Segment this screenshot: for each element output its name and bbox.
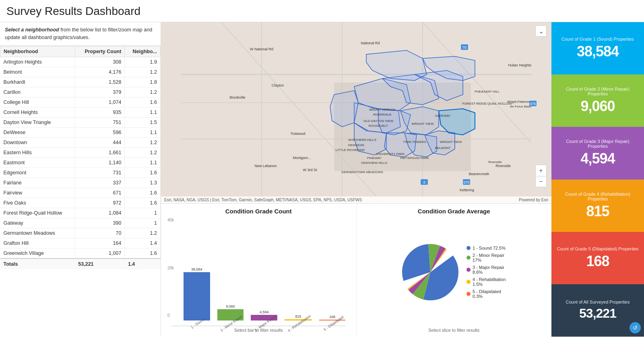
row-neighborhood-name: Carillon [0,87,75,97]
svg-text:Clayton: Clayton [272,83,284,87]
map-collapse-button[interactable]: ⌄ [535,25,547,37]
stat-card-3[interactable]: Count of Grade 4 (Rehabilitation) Proper… [551,180,644,232]
col-header-avg: Neighbo... [125,46,161,57]
stat-label-1: Count of Grade 2 (Minor Repair) Properti… [555,87,640,96]
row-avg: 1.6 [125,188,161,198]
zoom-in-button[interactable]: + [535,165,547,176]
table-row[interactable]: Greenwich Village 1,007 1.6 [0,248,161,258]
left-panel: Select a neighborhood from the below lis… [0,22,161,337]
table-row[interactable]: Eastern Hills 1,661 1.2 [0,147,161,157]
svg-text:National Rd: National Rd [361,41,380,45]
row-property-count: 337 [75,178,125,188]
svg-text:MOUNT VERNON: MOUNT VERNON [369,108,396,112]
row-avg: 1.6 [125,97,161,107]
svg-text:70: 70 [462,45,466,50]
bar-group[interactable]: 38,584 1 - Sound [184,267,210,326]
map-zoom-controls[interactable]: + − [535,165,547,187]
row-neighborhood-name: Belmont [0,67,75,77]
map-svg: W National Rd National Rd Brookville Cla… [161,22,551,203]
bar-chart-inner[interactable]: 40k 20k 0 38,584 1 - Sound 9,060 2 - Min… [167,218,350,326]
stat-value-2: 4,594 [580,150,615,167]
row-avg: 1.1 [125,107,161,117]
table-row[interactable]: Forest Ridge-Quail Hollow 1,084 1 [0,208,161,218]
row-property-count: 731 [75,167,125,178]
svg-text:WRIGHT VIEW: WRIGHT VIEW [412,122,434,126]
svg-text:FOREST RIDGE-QUAIL HOLLOW: FOREST RIDGE-QUAIL HOLLOW [462,102,512,105]
table-row[interactable]: Dayton View Triangle 751 1.5 [0,117,161,127]
stat-value-5: 53,221 [579,306,616,321]
pie-chart-container: Condition Grade Average [357,204,552,337]
svg-text:4: 4 [423,180,425,184]
svg-text:RIVERDALE: RIVERDALE [373,113,391,116]
svg-text:PATTERSON PARK: PATTERSON PARK [400,156,429,160]
bar-value-label: 4,594 [260,310,269,314]
bar-value-label: 815 [295,314,301,318]
map-area[interactable]: W National Rd National Rd Brookville Cla… [161,22,551,203]
svg-text:TWIN TOWERS: TWIN TOWERS [403,140,426,144]
table-row[interactable]: Arlington Heights 308 1.9 [0,57,161,67]
row-property-count: 1,007 [75,248,125,258]
table-row[interactable]: Fairview 671 1.6 [0,188,161,198]
svg-text:675: 675 [463,180,469,184]
row-property-count: 671 [75,188,125,198]
bar-rect[interactable] [184,272,210,320]
table-row[interactable]: Gateway 390 1 [0,218,161,228]
row-neighborhood-name: Five Oaks [0,198,75,208]
legend-label-rehab: 4 - Rehabilitation1.5% [473,277,506,287]
legend-dot-dilapidated [466,292,471,296]
table-row[interactable]: Belmont 4,176 1.2 [0,67,161,77]
stat-card-4[interactable]: Count of Grade 5 (Dilapidated) Propertie… [551,232,644,284]
row-avg: 1 [125,208,161,218]
table-row[interactable]: Germantown Meadows 70 1.2 [0,228,161,238]
attribution-text: Esri, NASA, NGA, USGS | Esri, TomTom, Ga… [164,198,362,202]
pie-chart-note: Select slice to filter results [363,328,545,333]
stat-card-1[interactable]: Count of Grade 2 (Minor Repair) Properti… [551,74,644,127]
bar-value-label: 38,584 [191,267,202,271]
table-row[interactable]: College Hill 1,074 1.6 [0,97,161,107]
stat-card-2[interactable]: Count of Grade 3 (Major Repair) Properti… [551,127,644,179]
row-property-count: 1,661 [75,147,125,157]
svg-text:W National Rd: W National Rd [250,47,273,51]
svg-text:WRIGHT VIEW: WRIGHT VIEW [440,140,462,144]
row-property-count: 379 [75,87,125,97]
col-header-neighborhood: Neighborhood [0,46,75,57]
stat-card-0[interactable]: Count of Grade 1 (Sound) Properties 38,5… [551,22,644,74]
stat-card-5[interactable]: Count of All Surveyed Properties 53,221 … [551,284,644,337]
y-label-40k: 40k [167,218,180,222]
table-row[interactable]: DeWeese 596 1.1 [0,127,161,137]
table-row[interactable]: Carillon 379 1.2 [0,87,161,97]
table-row[interactable]: Eastmont 1,140 1.1 [0,157,161,167]
neighborhood-table-wrapper[interactable]: Neighborhood Property Count Neighbo... A… [0,46,161,337]
bar-chart[interactable]: 40k 20k 0 38,584 1 - Sound 9,060 2 - Min… [167,218,350,326]
legend-item-minor: 2 - Minor Repair17% [466,253,506,263]
svg-text:Beavercreek: Beavercreek [469,172,489,176]
table-row[interactable]: Downtown 444 1.2 [0,137,161,147]
svg-text:Wright-Patterson: Wright-Patterson [507,100,531,103]
zoom-out-button[interactable]: − [535,176,547,187]
svg-text:675: 675 [530,102,536,106]
table-row[interactable]: Five Oaks 972 1.6 [0,198,161,208]
table-row[interactable]: Edgemont 731 1.6 [0,167,161,178]
svg-text:NORTHERN HILLS: NORTHERN HILLS [348,138,376,142]
bar-group[interactable]: 4,594 3 - Major Repair [251,310,277,326]
pie-chart-area[interactable]: 1 - Sound 72.5% 2 - Minor Repair17% 3 - … [363,218,545,326]
totals-avg: 1.4 [125,258,161,269]
row-neighborhood-name: Cornell Heights [0,107,75,117]
bar-group[interactable]: 168 5 - Dilapidated [319,315,346,326]
pie-chart-svg[interactable] [402,244,458,300]
legend-dot-minor [466,256,471,260]
svg-text:Brookville: Brookville [229,95,245,99]
y-label-0: 0 [167,313,180,318]
table-row[interactable]: Fairlane 337 1.3 [0,178,161,188]
row-avg: 1 [125,218,161,228]
row-neighborhood-name: Germantown Meadows [0,228,75,238]
bar-group[interactable]: 815 4 - Rehabilitation [285,314,312,326]
legend-label-minor: 2 - Minor Repair17% [473,253,504,263]
row-avg: 1.3 [125,178,161,188]
table-row[interactable]: Grafton Hill 164 1.4 [0,238,161,248]
map-toggle-icon[interactable]: ⌄ [535,25,547,37]
table-row[interactable]: Burkhardt 1,528 1.8 [0,77,161,87]
refresh-button[interactable]: ↺ [630,322,641,333]
table-row[interactable]: Cornell Heights 935 1.1 [0,107,161,117]
bar-group[interactable]: 9,060 2 - Minor Repair [217,304,244,326]
